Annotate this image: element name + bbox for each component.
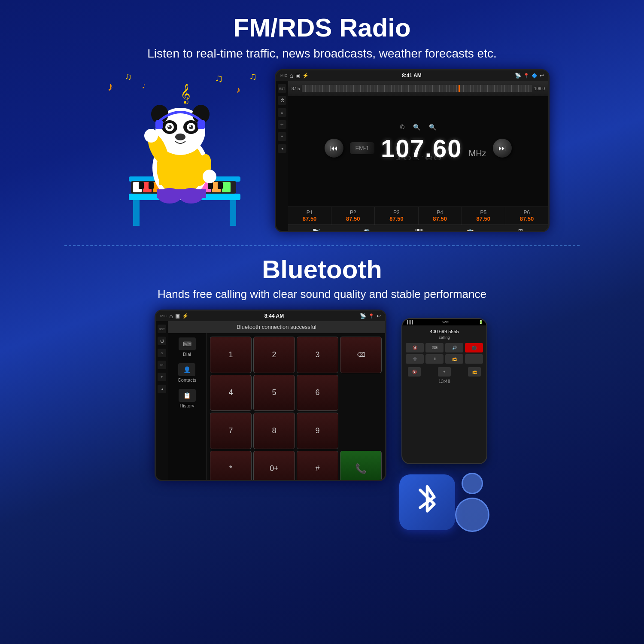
station-label[interactable]: FM-1 xyxy=(350,142,374,154)
dial-sidebar-item[interactable]: ⌨ Dial xyxy=(179,337,196,357)
bt-usb-icon[interactable]: ⚡ xyxy=(182,313,188,319)
fm-subtitle: Listen to real-time traffic, news broadc… xyxy=(17,47,627,61)
fm-list-icon[interactable]: 📋 xyxy=(465,228,475,232)
history-icon: 📋 xyxy=(179,389,196,402)
history-sidebar-item[interactable]: 📋 History xyxy=(179,389,196,408)
phone-btn-2[interactable]: ⌨ xyxy=(425,343,444,352)
bluetooth-small-icon: 🔷 xyxy=(532,73,538,79)
home-icon[interactable]: ⌂ xyxy=(290,72,293,79)
dial-key-0[interactable]: 0+ xyxy=(253,451,295,482)
radio-controls: © 🔍 🔍 ⏮ FM-1 107.60 MHz ⏭ 107.60 xyxy=(288,96,548,207)
fm-time: 8:41 AM xyxy=(402,73,422,79)
sound-wave-large xyxy=(455,498,489,532)
freq-ruler-bar xyxy=(302,85,532,92)
search-right-icon[interactable]: 🔍 xyxy=(429,124,436,131)
fm-settings-icon[interactable]: 🎛 xyxy=(516,229,524,233)
preset-p5[interactable]: P5 87.50 xyxy=(462,207,505,225)
dial-key-3[interactable]: 3 xyxy=(297,337,338,373)
phone-action-3[interactable]: 📻 xyxy=(468,367,481,377)
phone-action-2[interactable]: + xyxy=(438,367,451,377)
vol-up-btn[interactable]: + xyxy=(278,132,286,141)
next-station-btn[interactable]: ⏭ xyxy=(493,139,512,158)
svg-text:♪: ♪ xyxy=(236,85,240,94)
dial-key-8[interactable]: 8 xyxy=(253,413,295,449)
phone-end-call-btn[interactable]: ⚫ xyxy=(465,343,483,352)
phone-wifi-icon: WiFi xyxy=(443,320,450,324)
contacts-sidebar-item[interactable]: 👤 Contacts xyxy=(178,363,196,383)
bt-back-side-btn[interactable]: ↩ xyxy=(158,361,166,369)
bt-power-btn[interactable]: ⏻ xyxy=(158,337,166,345)
usb-icon[interactable]: ⚡ xyxy=(302,73,309,79)
bt-arrow-side-btn[interactable]: ◂ xyxy=(158,385,166,393)
bt-status-left-icons: MIC ⌂ ▣ ⚡ xyxy=(160,313,188,319)
phone-call-grid: 🔇 ⌨ 🔊 ⚫ ➕ ⏸ 📻 xyxy=(406,343,483,364)
fm-section: FM/RDS Radio Listen to real-time traffic… xyxy=(0,0,644,241)
dial-key-5[interactable]: 5 xyxy=(253,375,295,411)
dial-key-hash[interactable]: # xyxy=(297,451,338,482)
phone-btn-3[interactable]: 🔊 xyxy=(445,343,463,352)
bt-vol-up-btn[interactable]: + xyxy=(158,373,166,381)
arrow-side-btn[interactable]: ◂ xyxy=(278,144,286,153)
fm-cast-icon[interactable]: 📡 xyxy=(312,228,322,232)
preset-p2[interactable]: P2 87.50 xyxy=(331,207,375,225)
phone-btn-1[interactable]: 🔇 xyxy=(406,343,424,352)
bt-cast-icon: 📡 xyxy=(360,313,366,319)
svg-rect-28 xyxy=(218,182,223,189)
dial-key-call[interactable]: 📞 xyxy=(340,451,382,482)
power-btn[interactable]: ⏻ xyxy=(278,96,286,105)
bt-back-icon[interactable]: ↩ xyxy=(377,313,381,319)
freq-min-label: 87.5 xyxy=(292,86,300,91)
bt-icon-box xyxy=(399,474,455,530)
phone-btn-6[interactable]: 📻 xyxy=(445,354,463,364)
dial-key-4[interactable]: 4 xyxy=(210,375,252,411)
prev-station-btn[interactable]: ⏮ xyxy=(325,139,343,158)
back-icon[interactable]: ↩ xyxy=(540,73,544,79)
back-side-btn[interactable]: ↩ xyxy=(278,120,286,129)
freq-ruler: 87.5 108.0 xyxy=(288,81,548,96)
preset-p6[interactable]: P6 87.50 xyxy=(505,207,548,225)
svg-text:𝄞: 𝄞 xyxy=(180,84,191,104)
dial-key-9[interactable]: 9 xyxy=(297,413,338,449)
fm-side-buttons: RST ⏻ ⌂ ↩ + ◂ xyxy=(276,81,288,232)
bt-rst-btn[interactable]: RST xyxy=(158,325,166,333)
dial-key-1[interactable]: 1 xyxy=(210,337,252,373)
svg-text:♫: ♫ xyxy=(215,72,223,85)
home-side-btn[interactable]: ⌂ xyxy=(278,108,286,117)
dial-key-6[interactable]: 6 xyxy=(297,375,338,411)
bt-home-icon[interactable]: ⌂ xyxy=(170,313,173,319)
section-divider xyxy=(64,245,580,246)
phone-btn-4[interactable]: ➕ xyxy=(406,354,424,364)
dial-key-backspace[interactable]: ⌫ xyxy=(340,337,382,373)
freq-max-label: 108.0 xyxy=(534,86,545,91)
dial-key-2[interactable]: 2 xyxy=(253,337,295,373)
preset-p6-freq: 87.50 xyxy=(506,216,547,222)
phone-action-1[interactable]: 🔇 xyxy=(408,367,421,377)
dial-icon: ⌨ xyxy=(179,337,196,350)
freq-reflection: 107.60 xyxy=(395,154,442,161)
dialpad-area: ⌨ Dial 👤 Contacts 📋 History xyxy=(168,333,385,481)
fm-save-icon[interactable]: 💾 xyxy=(414,228,424,232)
bt-window-icon[interactable]: ▣ xyxy=(175,313,180,319)
rst-btn[interactable]: RST xyxy=(278,84,286,93)
preset-p2-label: P2 xyxy=(332,210,374,216)
phone-battery-icon: 🔋 xyxy=(479,320,483,324)
dial-key-7[interactable]: 7 xyxy=(210,413,252,449)
bt-time: 8:44 AM xyxy=(264,313,284,319)
search-left-icon[interactable]: 🔍 xyxy=(413,124,420,131)
contacts-label: Contacts xyxy=(178,377,196,383)
svg-point-49 xyxy=(175,134,185,140)
window-icon[interactable]: ▣ xyxy=(295,73,300,79)
dial-key-star[interactable]: * xyxy=(210,451,252,482)
preset-p1[interactable]: P1 87.50 xyxy=(288,207,331,225)
phone-btn-7[interactable] xyxy=(465,354,483,364)
preset-p4[interactable]: P4 87.50 xyxy=(419,207,462,225)
svg-rect-22 xyxy=(139,182,144,189)
preset-p3-label: P3 xyxy=(376,210,417,216)
preset-p2-freq: 87.50 xyxy=(332,216,374,222)
phone-calling-label: calling xyxy=(406,335,483,340)
dial-label: Dial xyxy=(183,352,191,357)
phone-btn-5[interactable]: ⏸ xyxy=(425,354,444,364)
bt-home-side-btn[interactable]: ⌂ xyxy=(158,349,166,357)
preset-p3[interactable]: P3 87.50 xyxy=(375,207,418,225)
fm-search-icon[interactable]: 🔍 xyxy=(363,228,373,232)
